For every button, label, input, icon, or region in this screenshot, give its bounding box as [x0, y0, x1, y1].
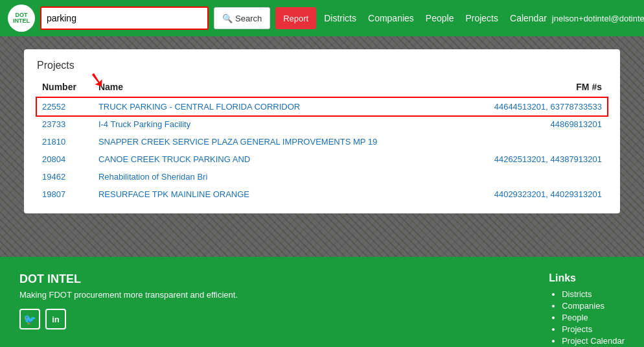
row-number: 19462 — [37, 168, 93, 185]
table-row[interactable]: 19807 RESURFACE TPK MAINLINE ORANGE 4402… — [37, 185, 607, 203]
row-fm — [458, 133, 607, 150]
table-row[interactable]: 22552 TRUCK PARKING - CENTRAL FLORIDA CO… — [37, 98, 607, 116]
row-fm: 44262513201, 44387913201 — [458, 150, 607, 168]
nav-calendar[interactable]: Calendar — [510, 13, 547, 23]
nav-people[interactable]: People — [426, 13, 454, 23]
projects-tbody: 22552 TRUCK PARKING - CENTRAL FLORIDA CO… — [37, 98, 607, 204]
footer-links-title: Links — [549, 272, 625, 284]
col-number: Number — [37, 79, 93, 98]
footer-brand: DOT INTEL — [19, 272, 510, 286]
footer-tagline: Making FDOT procurement more transparent… — [19, 290, 510, 300]
col-fm: FM #s — [458, 79, 607, 98]
footer-link-item[interactable]: Districts — [562, 289, 625, 299]
footer-link-item[interactable]: People — [562, 313, 625, 322]
row-number: 21810 — [37, 133, 93, 150]
header: DOT INTEL 🔍 Search Report Districts Comp… — [0, 0, 644, 36]
nav-districts[interactable]: Districts — [324, 13, 356, 23]
search-input[interactable] — [47, 13, 202, 23]
row-name: Rehabilitation of Sheridan Bri — [93, 168, 458, 185]
footer-links-list: DistrictsCompaniesPeopleProjectsProject … — [549, 289, 625, 346]
row-name: SNAPPER CREEK SERVICE PLAZA GENERAL IMPR… — [93, 133, 458, 150]
row-number: 19807 — [37, 185, 93, 203]
main-nav: Districts Companies People Projects Cale… — [324, 13, 547, 23]
footer-social: 🐦 in — [19, 309, 510, 329]
projects-table: Number Name FM #s 22552 TRUCK PARKING - … — [37, 79, 607, 203]
search-label: Search — [235, 14, 262, 23]
table-row[interactable]: 21810 SNAPPER CREEK SERVICE PLAZA GENERA… — [37, 133, 607, 150]
table-header: Number Name FM #s — [37, 79, 607, 98]
col-name: Name — [93, 79, 458, 98]
footer-link-item[interactable]: Projects — [562, 324, 625, 334]
footer-content: DOT INTEL Making FDOT procurement more t… — [0, 257, 644, 347]
footer-links: Links DistrictsCompaniesPeopleProjectsPr… — [549, 272, 625, 347]
row-name: TRUCK PARKING - CENTRAL FLORIDA CORRIDOR — [93, 98, 458, 116]
footer-link-item[interactable]: Project Calendar — [562, 336, 625, 346]
projects-card: Projects ➘ Number Name FM #s 22552 TRUCK… — [24, 49, 620, 213]
report-label: Report — [283, 14, 308, 23]
row-number: 22552 — [37, 98, 93, 116]
search-icon: 🔍 — [222, 14, 233, 23]
row-fm: 44029323201, 44029313201 — [458, 185, 607, 203]
row-name: RESURFACE TPK MAINLINE ORANGE — [93, 185, 458, 203]
twitter-icon[interactable]: 🐦 — [19, 309, 40, 329]
logo[interactable]: DOT INTEL — [8, 5, 35, 32]
footer-link-item[interactable]: Companies — [562, 301, 625, 311]
linkedin-icon[interactable]: in — [45, 309, 66, 329]
row-fm: 44644513201, 63778733533 — [458, 98, 607, 116]
footer-left: DOT INTEL Making FDOT procurement more t… — [19, 272, 510, 347]
row-number: 20804 — [37, 150, 93, 168]
report-button[interactable]: Report — [275, 7, 316, 29]
user-menu[interactable]: jnelson+dotintel@dotintel.com ▾ — [552, 14, 644, 23]
table-row[interactable]: 20804 CANOE CREEK TRUCK PARKING AND 4426… — [37, 150, 607, 168]
row-fm: 44869813201 — [458, 115, 607, 133]
row-number: 23733 — [37, 115, 93, 133]
main-content: Projects ➘ Number Name FM #s 22552 TRUCK… — [0, 36, 644, 257]
nav-projects[interactable]: Projects — [465, 13, 498, 23]
row-name: CANOE CREEK TRUCK PARKING AND — [93, 150, 458, 168]
nav-companies[interactable]: Companies — [368, 13, 414, 23]
search-button[interactable]: 🔍 Search — [214, 7, 270, 29]
row-name: I-4 Truck Parking Facility — [93, 115, 458, 133]
footer: DOT INTEL Making FDOT procurement more t… — [0, 257, 644, 347]
table-row[interactable]: 19462 Rehabilitation of Sheridan Bri — [37, 168, 607, 185]
search-box — [40, 6, 209, 30]
table-row[interactable]: 23733 I-4 Truck Parking Facility 4486981… — [37, 115, 607, 133]
projects-title: Projects — [37, 60, 607, 71]
logo-intel: INTEL — [13, 18, 30, 24]
user-email: jnelson+dotintel@dotintel.com — [552, 14, 644, 23]
row-fm — [458, 168, 607, 185]
